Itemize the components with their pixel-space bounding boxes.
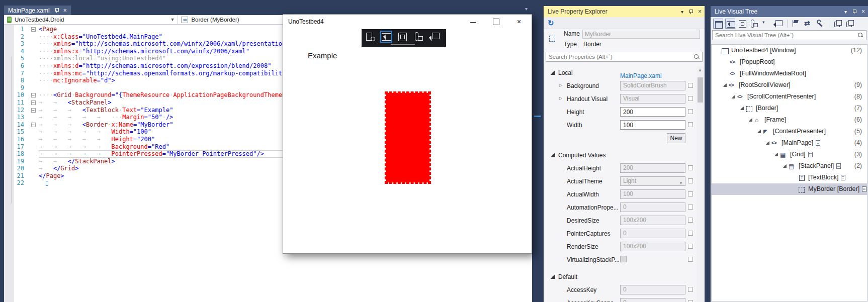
source-document-icon[interactable] (862, 186, 866, 192)
collapse-region-icon[interactable]: − (31, 123, 36, 127)
property-expander-icon[interactable]: ▷ (559, 96, 562, 100)
preview-selection-icon[interactable] (429, 31, 440, 42)
property-option-checkbox[interactable] (688, 191, 693, 196)
tree-node[interactable]: [ContentPresenter](5) (712, 126, 867, 137)
property-value-input[interactable] (620, 120, 685, 130)
property-option-checkbox[interactable] (688, 287, 693, 292)
tree-node-selected[interactable]: MyBorder [Border] (712, 183, 867, 195)
tree-expanded-icon[interactable] (740, 107, 744, 110)
tree-expanded-icon[interactable] (723, 83, 727, 87)
close-icon[interactable]: × (63, 7, 67, 14)
tree-node[interactable]: [RootScrollViewer](9) (712, 79, 867, 91)
property-option-checkbox[interactable] (688, 300, 693, 302)
property-row[interactable]: ActualHeight200 (544, 162, 696, 175)
wrench-icon[interactable] (815, 19, 825, 29)
property-option-checkbox[interactable] (688, 122, 693, 127)
selected-border-element[interactable] (385, 91, 431, 184)
property-value-checkbox[interactable] (620, 256, 627, 262)
minimize-button[interactable] (466, 18, 481, 26)
tree-node[interactable]: [TextBlock] (712, 172, 867, 183)
window-position-chevron-icon[interactable]: ▾ (844, 9, 847, 15)
new-property-button[interactable]: New (667, 133, 685, 143)
property-section-header[interactable]: Computed Values (544, 149, 696, 162)
tree-node[interactable]: [MainPage](4) (712, 137, 867, 149)
lvt-title-bar[interactable]: Live Visual Tree ▾ × (711, 6, 868, 17)
property-row[interactable]: VirtualizingStackP... (544, 253, 696, 266)
close-icon[interactable]: × (698, 8, 702, 15)
refresh-icon[interactable]: ↻ (548, 19, 554, 27)
collapse-all-icon[interactable] (845, 19, 855, 29)
section-expanded-icon[interactable] (551, 70, 555, 75)
property-option-checkbox[interactable] (688, 244, 693, 249)
property-row[interactable]: RenderSize100x200 (544, 240, 696, 253)
search-visual-tree-input[interactable] (712, 30, 866, 40)
property-option-checkbox[interactable] (688, 178, 693, 183)
tree-expanded-icon[interactable] (732, 95, 735, 98)
property-row[interactable]: ▷BackgroundSolidColorBrush (544, 79, 696, 92)
select2-icon[interactable] (725, 19, 735, 29)
tree-node[interactable]: [Grid](3) (712, 149, 867, 160)
goto-live-visual-tree-icon[interactable] (365, 31, 376, 42)
window-position-chevron-icon[interactable]: ▾ (681, 9, 683, 15)
tree-expanded-icon[interactable] (757, 130, 761, 133)
breadcrumb-project-dropdown[interactable]: UnoTestbed4.Droid ▼ (4, 15, 178, 24)
property-section-header[interactable]: LocalMainPage.xaml (544, 66, 696, 79)
scrollbar-thumb[interactable] (698, 77, 703, 103)
tree-node[interactable]: [Border](7) (712, 103, 867, 114)
track2-icon[interactable] (749, 19, 759, 29)
property-row[interactable]: Width (544, 119, 696, 132)
expand-all-icon[interactable] (833, 19, 843, 29)
preview2-icon[interactable] (773, 19, 784, 29)
source-document-icon[interactable] (836, 163, 841, 169)
close-icon[interactable]: × (861, 8, 865, 15)
caret-icon[interactable] (761, 19, 771, 29)
tree-node[interactable]: [Frame](6) (712, 114, 867, 126)
tree-expanded-icon[interactable] (749, 118, 752, 122)
property-option-checkbox[interactable] (688, 96, 693, 101)
property-row[interactable]: Height (544, 106, 696, 119)
scroll-up-icon[interactable]: ▲ (698, 68, 702, 72)
adorn2-icon[interactable] (737, 19, 747, 29)
property-row[interactable]: AccessKey0 (544, 283, 696, 296)
tree-expanded-icon[interactable] (766, 141, 769, 145)
property-option-checkbox[interactable] (688, 109, 693, 114)
tree-node[interactable]: [FullWindowMediaRoot] (712, 68, 867, 79)
track-focused-icon[interactable] (413, 31, 424, 42)
property-row[interactable]: ActualWidth100 (544, 188, 696, 201)
pin-icon[interactable] (54, 8, 59, 13)
lpe-title-bar[interactable]: Live Property Explorer ▾ × (544, 6, 705, 17)
section-expanded-icon[interactable] (551, 153, 555, 157)
tree-node[interactable]: [ScrollContentPresenter](8) (712, 91, 867, 103)
toolbar-drag-handle[interactable] (391, 43, 415, 45)
flag-icon[interactable] (791, 19, 801, 29)
lpe-scrollbar[interactable]: ▲ (697, 66, 704, 302)
close-button[interactable]: × (511, 18, 527, 26)
source-document-icon[interactable] (808, 152, 813, 157)
property-row[interactable]: ▷Handout VisualVisual (544, 92, 696, 106)
source-document-icon[interactable] (841, 175, 845, 180)
property-option-checkbox[interactable] (688, 218, 693, 223)
property-row[interactable]: PointerCaptures0 (544, 227, 696, 240)
element-name-field[interactable] (582, 30, 700, 39)
tab-overflow-chevron-icon[interactable]: ▾ (525, 6, 528, 12)
property-option-checkbox[interactable] (688, 231, 693, 236)
editor-scrollbar[interactable] (532, 15, 544, 302)
collapse-region-icon[interactable]: − (31, 27, 36, 32)
section-expanded-icon[interactable] (551, 274, 555, 279)
search-properties-input[interactable] (546, 52, 703, 62)
pin-icon[interactable] (688, 9, 693, 15)
tree-node[interactable]: [PopupRoot] (712, 56, 867, 68)
tree-node[interactable]: UnoTestbed4 [Window](12) (712, 45, 867, 56)
source-document-icon[interactable] (816, 140, 820, 146)
property-option-checkbox[interactable] (688, 257, 693, 262)
tree-node[interactable]: [StackPanel](2) (712, 160, 867, 172)
select-element-icon[interactable] (381, 31, 392, 42)
property-row[interactable]: AccessKeyScope0 (544, 296, 696, 302)
maximize-button[interactable] (489, 18, 504, 26)
property-row[interactable]: DesiredSize100x200 (544, 214, 696, 227)
document-tab-mainpage[interactable]: MainPage.xaml × (4, 6, 71, 15)
collapse-region-icon[interactable]: − (31, 93, 36, 97)
property-row[interactable]: ActualThemeLight▼ (544, 175, 696, 188)
tree-expanded-icon[interactable] (783, 164, 787, 168)
display-adornments-icon[interactable] (397, 31, 408, 42)
